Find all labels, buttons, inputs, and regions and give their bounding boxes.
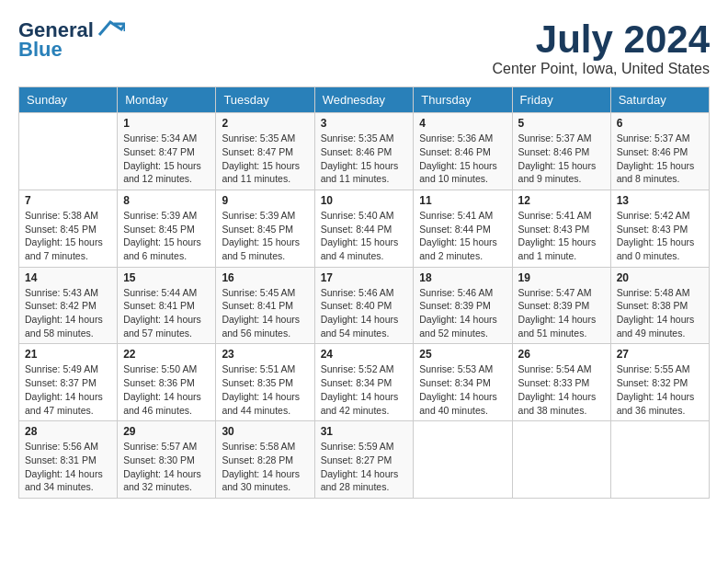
day-info: Sunrise: 5:48 AM Sunset: 8:38 PM Dayligh… [617,286,703,340]
calendar-cell: 15Sunrise: 5:44 AM Sunset: 8:41 PM Dayli… [118,267,216,344]
day-info: Sunrise: 5:42 AM Sunset: 8:43 PM Dayligh… [617,209,703,263]
day-number: 1 [123,117,210,130]
day-info: Sunrise: 5:41 AM Sunset: 8:44 PM Dayligh… [419,209,506,263]
day-number: 2 [222,117,308,130]
day-number: 14 [25,271,111,284]
day-number: 9 [222,194,308,207]
day-number: 10 [321,194,408,207]
week-row-3: 14Sunrise: 5:43 AM Sunset: 8:42 PM Dayli… [19,267,710,344]
page-header: General Blue July 2024 Center Point, Iow… [18,18,710,77]
calendar-cell: 13Sunrise: 5:42 AM Sunset: 8:43 PM Dayli… [610,190,709,267]
calendar-cell [512,421,610,499]
day-number: 30 [222,425,308,438]
calendar-cell: 1Sunrise: 5:34 AM Sunset: 8:47 PM Daylig… [118,113,216,190]
day-number: 4 [419,117,506,130]
calendar-cell: 12Sunrise: 5:41 AM Sunset: 8:43 PM Dayli… [512,190,610,267]
day-info: Sunrise: 5:57 AM Sunset: 8:30 PM Dayligh… [123,440,210,494]
day-info: Sunrise: 5:43 AM Sunset: 8:42 PM Dayligh… [25,286,111,340]
day-number: 7 [25,194,111,207]
calendar-cell: 31Sunrise: 5:59 AM Sunset: 8:27 PM Dayli… [314,421,414,499]
calendar-cell: 10Sunrise: 5:40 AM Sunset: 8:44 PM Dayli… [314,190,414,267]
day-info: Sunrise: 5:38 AM Sunset: 8:45 PM Dayligh… [25,209,111,263]
calendar-cell: 19Sunrise: 5:47 AM Sunset: 8:39 PM Dayli… [512,267,610,344]
header-sunday: Sunday [19,87,118,113]
calendar-cell [414,421,512,499]
day-number: 12 [518,194,605,207]
day-info: Sunrise: 5:58 AM Sunset: 8:28 PM Dayligh… [222,440,308,494]
calendar-cell: 24Sunrise: 5:52 AM Sunset: 8:34 PM Dayli… [314,344,414,421]
day-number: 23 [222,348,308,361]
calendar-cell: 22Sunrise: 5:50 AM Sunset: 8:36 PM Dayli… [118,344,216,421]
day-info: Sunrise: 5:40 AM Sunset: 8:44 PM Dayligh… [321,209,408,263]
calendar-cell: 2Sunrise: 5:35 AM Sunset: 8:47 PM Daylig… [216,113,314,190]
day-info: Sunrise: 5:44 AM Sunset: 8:41 PM Dayligh… [123,286,210,340]
day-info: Sunrise: 5:56 AM Sunset: 8:31 PM Dayligh… [25,440,111,494]
page-subtitle: Center Point, Iowa, United States [492,61,710,77]
day-info: Sunrise: 5:53 AM Sunset: 8:34 PM Dayligh… [419,362,506,417]
calendar-cell: 7Sunrise: 5:38 AM Sunset: 8:45 PM Daylig… [19,190,118,267]
day-info: Sunrise: 5:47 AM Sunset: 8:39 PM Dayligh… [518,286,605,340]
day-info: Sunrise: 5:59 AM Sunset: 8:27 PM Dayligh… [321,440,408,494]
day-info: Sunrise: 5:45 AM Sunset: 8:41 PM Dayligh… [222,286,308,340]
calendar-cell: 4Sunrise: 5:36 AM Sunset: 8:46 PM Daylig… [414,113,512,190]
calendar-cell: 30Sunrise: 5:58 AM Sunset: 8:28 PM Dayli… [216,421,314,499]
day-number: 25 [419,348,506,361]
calendar-cell: 9Sunrise: 5:39 AM Sunset: 8:45 PM Daylig… [216,190,314,267]
calendar-cell: 23Sunrise: 5:51 AM Sunset: 8:35 PM Dayli… [216,344,314,421]
day-number: 31 [321,425,408,438]
week-row-1: 1Sunrise: 5:34 AM Sunset: 8:47 PM Daylig… [19,113,710,190]
calendar-cell: 26Sunrise: 5:54 AM Sunset: 8:33 PM Dayli… [512,344,610,421]
title-area: July 2024 Center Point, Iowa, United Sta… [492,18,710,77]
day-number: 26 [518,348,605,361]
calendar-cell: 21Sunrise: 5:49 AM Sunset: 8:37 PM Dayli… [19,344,118,421]
day-info: Sunrise: 5:49 AM Sunset: 8:37 PM Dayligh… [25,362,111,417]
calendar-header-row: SundayMondayTuesdayWednesdayThursdayFrid… [19,87,710,113]
day-info: Sunrise: 5:39 AM Sunset: 8:45 PM Dayligh… [123,209,210,263]
calendar-cell: 25Sunrise: 5:53 AM Sunset: 8:34 PM Dayli… [414,344,512,421]
calendar-cell: 28Sunrise: 5:56 AM Sunset: 8:31 PM Dayli… [19,421,118,499]
day-number: 19 [518,271,605,284]
calendar-cell: 3Sunrise: 5:35 AM Sunset: 8:46 PM Daylig… [314,113,414,190]
day-number: 28 [25,425,111,438]
day-number: 18 [419,271,506,284]
calendar-cell: 18Sunrise: 5:46 AM Sunset: 8:39 PM Dayli… [414,267,512,344]
calendar-cell: 27Sunrise: 5:55 AM Sunset: 8:32 PM Dayli… [610,344,709,421]
calendar-cell: 29Sunrise: 5:57 AM Sunset: 8:30 PM Dayli… [118,421,216,499]
calendar-cell: 8Sunrise: 5:39 AM Sunset: 8:45 PM Daylig… [118,190,216,267]
week-row-4: 21Sunrise: 5:49 AM Sunset: 8:37 PM Dayli… [19,344,710,421]
header-monday: Monday [118,87,216,113]
header-thursday: Thursday [414,87,512,113]
day-info: Sunrise: 5:34 AM Sunset: 8:47 PM Dayligh… [123,132,210,186]
day-info: Sunrise: 5:46 AM Sunset: 8:39 PM Dayligh… [419,286,506,340]
calendar-cell: 20Sunrise: 5:48 AM Sunset: 8:38 PM Dayli… [610,267,709,344]
day-number: 27 [617,348,703,361]
calendar-cell: 14Sunrise: 5:43 AM Sunset: 8:42 PM Dayli… [19,267,118,344]
calendar-cell: 6Sunrise: 5:37 AM Sunset: 8:46 PM Daylig… [610,113,709,190]
calendar-cell: 17Sunrise: 5:46 AM Sunset: 8:40 PM Dayli… [314,267,414,344]
header-tuesday: Tuesday [216,87,314,113]
page-title: July 2024 [492,18,710,61]
day-info: Sunrise: 5:55 AM Sunset: 8:32 PM Dayligh… [617,362,703,417]
day-info: Sunrise: 5:54 AM Sunset: 8:33 PM Dayligh… [518,362,605,417]
day-number: 16 [222,271,308,284]
day-info: Sunrise: 5:50 AM Sunset: 8:36 PM Dayligh… [123,362,210,417]
day-number: 22 [123,348,210,361]
day-info: Sunrise: 5:41 AM Sunset: 8:43 PM Dayligh… [518,209,605,263]
day-number: 17 [321,271,408,284]
day-number: 13 [617,194,703,207]
calendar-cell: 16Sunrise: 5:45 AM Sunset: 8:41 PM Dayli… [216,267,314,344]
logo-blue: Blue [18,39,63,61]
calendar-body: 1Sunrise: 5:34 AM Sunset: 8:47 PM Daylig… [19,113,710,499]
week-row-2: 7Sunrise: 5:38 AM Sunset: 8:45 PM Daylig… [19,190,710,267]
day-info: Sunrise: 5:52 AM Sunset: 8:34 PM Dayligh… [321,362,408,417]
day-info: Sunrise: 5:46 AM Sunset: 8:40 PM Dayligh… [321,286,408,340]
week-row-5: 28Sunrise: 5:56 AM Sunset: 8:31 PM Dayli… [19,421,710,499]
calendar-cell [19,113,118,190]
calendar-header: SundayMondayTuesdayWednesdayThursdayFrid… [19,87,710,113]
day-info: Sunrise: 5:37 AM Sunset: 8:46 PM Dayligh… [518,132,605,186]
day-number: 15 [123,271,210,284]
day-info: Sunrise: 5:35 AM Sunset: 8:47 PM Dayligh… [222,132,308,186]
calendar-table: SundayMondayTuesdayWednesdayThursdayFrid… [18,86,710,499]
day-info: Sunrise: 5:35 AM Sunset: 8:46 PM Dayligh… [321,132,408,186]
day-number: 3 [321,117,408,130]
